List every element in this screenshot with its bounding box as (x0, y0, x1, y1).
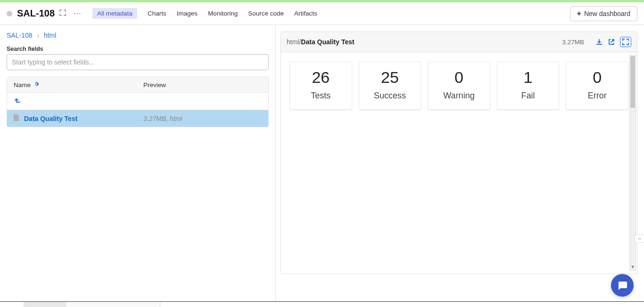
breadcrumb-root[interactable]: SAL-108 (7, 32, 32, 39)
file-icon (14, 114, 19, 122)
back-up-icon (15, 97, 21, 105)
stat-label: Fail (497, 91, 559, 101)
download-icon[interactable] (595, 38, 603, 46)
table-header: Name Preview (7, 77, 268, 93)
stat-label: Warning (428, 91, 490, 101)
preview-size: 3.27MB (562, 39, 584, 46)
external-link-icon[interactable] (608, 38, 615, 46)
side-toggle-icon[interactable]: ›‹ (635, 234, 644, 243)
new-dashboard-label: New dashboard (584, 10, 630, 17)
chevron-right-icon: › (37, 32, 39, 39)
project-title: SAL-108 (17, 8, 55, 19)
table-row[interactable]: Data Quality Test 3.27MB, html (7, 110, 268, 127)
bottom-segment (66, 302, 160, 307)
stat-tests: 26 Tests (289, 62, 352, 110)
chat-icon (617, 280, 628, 291)
preview-header: html/Data Quality Test 3.27MB (281, 32, 637, 52)
tab-monitoring[interactable]: Monitoring (208, 8, 238, 19)
preview-path-name: Data Quality Test (301, 38, 354, 46)
tab-all-metadata[interactable]: All metadata (92, 8, 137, 19)
tab-charts[interactable]: Charts (148, 8, 166, 19)
gear-icon[interactable] (33, 81, 40, 89)
chat-fab[interactable] (611, 274, 634, 297)
stat-label: Success (359, 91, 421, 101)
back-row[interactable] (7, 93, 268, 110)
plus-icon: + (577, 9, 581, 18)
stat-error: 0 Error (566, 62, 628, 110)
preview-panel: html/Data Quality Test 3.27MB 26 (281, 32, 637, 274)
preview-body: 26 Tests 25 Success 0 Warning 1 Fail (281, 52, 637, 274)
bottom-segment (24, 302, 66, 307)
file-preview: 3.27MB, html (137, 111, 268, 127)
search-label: Search fields (7, 46, 269, 52)
tab-artifacts[interactable]: Artifacts (294, 8, 317, 19)
stat-success: 25 Success (359, 62, 421, 110)
stat-fail: 1 Fail (497, 62, 560, 110)
column-preview-label: Preview (143, 81, 166, 89)
scroll-thumb[interactable] (630, 56, 635, 108)
stat-value: 0 (428, 69, 490, 86)
column-preview[interactable]: Preview (137, 77, 268, 92)
top-bar: SAL-108 ⋯ All metadata Charts Images Mon… (0, 2, 644, 25)
stats-row: 26 Tests 25 Success 0 Warning 1 Fail (281, 52, 637, 116)
search-input[interactable] (7, 54, 269, 70)
stat-label: Error (566, 91, 628, 101)
new-dashboard-button[interactable]: + New dashboard (570, 6, 637, 21)
column-name[interactable]: Name (7, 77, 137, 92)
stat-value: 0 (566, 69, 628, 86)
tabs: All metadata Charts Images Monitoring So… (92, 8, 317, 19)
stat-label: Tests (290, 91, 352, 101)
tab-source-code[interactable]: Source code (248, 8, 284, 19)
stat-warning: 0 Warning (428, 62, 490, 110)
bottom-bar (0, 301, 644, 307)
fullscreen-icon[interactable] (620, 37, 631, 47)
preview-path-prefix: html/ (287, 38, 301, 46)
breadcrumb-current[interactable]: html (44, 32, 56, 39)
resize-icon[interactable] (59, 9, 66, 17)
file-name: Data Quality Test (24, 115, 77, 122)
breadcrumb: SAL-108 › html (7, 32, 269, 39)
status-dot-icon (7, 11, 12, 16)
scroll-down-icon[interactable]: ▼ (630, 264, 636, 270)
stat-value: 1 (497, 69, 559, 86)
tab-images[interactable]: Images (177, 8, 198, 19)
right-pane: html/Data Quality Test 3.27MB 26 (276, 25, 644, 301)
main: SAL-108 › html Search fields Name Previe… (0, 25, 644, 301)
column-name-label: Name (14, 81, 31, 89)
more-icon[interactable]: ⋯ (74, 9, 81, 18)
stat-value: 26 (290, 69, 352, 86)
stat-value: 25 (359, 69, 421, 86)
fields-table: Name Preview (7, 77, 269, 127)
preview-path: html/Data Quality Test (287, 38, 355, 46)
left-pane: SAL-108 › html Search fields Name Previe… (0, 25, 276, 301)
